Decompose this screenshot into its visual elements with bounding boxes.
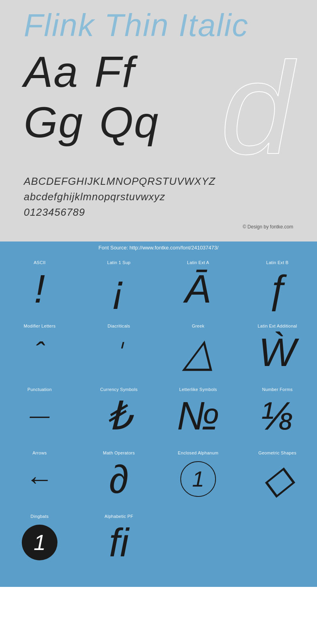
- block-punctuation-glyph: —: [30, 395, 50, 436]
- unicode-grid: ASCII ! Latin 1 Sup ¡ Latin Ext A Ā Lati…: [0, 254, 317, 571]
- block-arrows-glyph: ←: [26, 458, 53, 500]
- block-ascii-glyph: !: [34, 268, 45, 309]
- block-currency-label: Currency Symbols: [100, 387, 138, 392]
- block-latinextb: Latin Ext B ƒ: [238, 254, 317, 317]
- block-modifierletters-label: Modifier Letters: [24, 324, 56, 328]
- block-alphabeticpf-label: Alphabetic PF: [105, 514, 133, 519]
- block-arrows-label: Arrows: [32, 450, 47, 455]
- block-greek: Greek △: [158, 317, 238, 381]
- block-latinextadd-glyph: Ẁ: [259, 332, 296, 373]
- block-alphabeticpf-glyph: ﬁ: [109, 522, 129, 563]
- block-dingbats-glyph: 1: [22, 522, 57, 563]
- block-geometric-label: Geometric Shapes: [258, 450, 296, 455]
- letter-showcase: Aa Ff Gg Qq d: [24, 47, 293, 158]
- letter-pairs: Aa Ff Gg Qq: [24, 47, 159, 147]
- blue-section: Font Source: http://www.fontke.com/font/…: [0, 242, 317, 587]
- font-source: Font Source: http://www.fontke.com/font/…: [0, 242, 317, 254]
- letter-pair-ff: Ff: [95, 47, 135, 97]
- block-mathoperators-label: Math Operators: [103, 450, 135, 455]
- block-greek-glyph: △: [183, 332, 214, 373]
- letter-pair-gg: Gg: [24, 97, 84, 148]
- block-latinextb-label: Latin Ext B: [266, 260, 289, 265]
- block-letterlike-glyph: №: [177, 395, 220, 436]
- letter-pair-qq: Qq: [99, 97, 159, 148]
- font-title: Flink Thin Italic: [24, 8, 293, 43]
- block-greek-label: Greek: [192, 324, 204, 328]
- block-mathoperators-glyph: ∂: [109, 458, 128, 500]
- block-currency-glyph: ₺: [106, 395, 132, 436]
- block-numberforms-label: Number Forms: [262, 387, 293, 392]
- charset-section: ABCDEFGHIJKLMNOPQRSTUVWXYZ abcdefghijklm…: [24, 170, 293, 220]
- block-latinextb-glyph: ƒ: [266, 268, 288, 309]
- block-latinextadd-label: Latin Ext Additional: [258, 324, 297, 328]
- block-dingbats-label: Dingbats: [31, 514, 49, 519]
- block-arrows: Arrows ←: [0, 444, 79, 508]
- block-punctuation-label: Punctuation: [27, 387, 52, 392]
- block-letterlike-label: Letterlike Symbols: [179, 387, 217, 392]
- copyright: © Design by fontke.com: [24, 224, 293, 230]
- block-enclosed-glyph: 1: [180, 458, 216, 500]
- block-diacriticals-glyph: ˈ: [116, 332, 122, 373]
- block-alphabeticpf: Alphabetic PF ﬁ: [79, 508, 158, 571]
- block-ascii: ASCII !: [0, 254, 79, 317]
- letter-row-2: Gg Qq: [24, 97, 159, 148]
- block-latin1sup-glyph: ¡: [112, 268, 125, 309]
- block-dingbats: Dingbats 1: [0, 508, 79, 571]
- charset-digits: 0123456789: [24, 205, 293, 220]
- block-numberforms-glyph: ⅛: [261, 395, 294, 436]
- charset-uppercase: ABCDEFGHIJKLMNOPQRSTUVWXYZ: [24, 174, 293, 189]
- block-letterlike: Letterlike Symbols №: [158, 381, 238, 444]
- block-geometric: Geometric Shapes ◇: [238, 444, 317, 508]
- dingbat-circle: 1: [22, 525, 57, 560]
- letter-row-1: Aa Ff: [24, 47, 159, 97]
- charset-lowercase: abcdefghijklmnopqrstuvwxyz: [24, 189, 293, 205]
- enclosed-circle: 1: [180, 461, 216, 497]
- block-currency: Currency Symbols ₺: [79, 381, 158, 444]
- top-section: Flink Thin Italic Aa Ff Gg Qq d ABCDEFGH…: [0, 0, 317, 242]
- big-letter-bg: d: [220, 43, 293, 174]
- block-diacriticals: Diacriticals ˈ: [79, 317, 158, 381]
- block-modifierletters: Modifier Letters ˆ: [0, 317, 79, 381]
- letter-pair-aa: Aa: [24, 47, 79, 97]
- block-latinexta-glyph: Ā: [185, 268, 212, 309]
- block-enclosed: Enclosed Alphanum 1: [158, 444, 238, 508]
- block-latinexta: Latin Ext A Ā: [158, 254, 238, 317]
- block-geometric-glyph: ◇: [262, 458, 293, 500]
- block-mathoperators: Math Operators ∂: [79, 444, 158, 508]
- block-latinexta-label: Latin Ext A: [187, 260, 209, 265]
- block-ascii-label: ASCII: [34, 260, 46, 265]
- block-diacriticals-label: Diacriticals: [108, 324, 130, 328]
- block-latin1sup: Latin 1 Sup ¡: [79, 254, 158, 317]
- block-numberforms: Number Forms ⅛: [238, 381, 317, 444]
- block-enclosed-label: Enclosed Alphanum: [178, 450, 218, 455]
- block-latin1sup-label: Latin 1 Sup: [107, 260, 131, 265]
- block-latinextadd: Latin Ext Additional Ẁ: [238, 317, 317, 381]
- block-modifierletters-glyph: ˆ: [35, 332, 44, 373]
- block-punctuation: Punctuation —: [0, 381, 79, 444]
